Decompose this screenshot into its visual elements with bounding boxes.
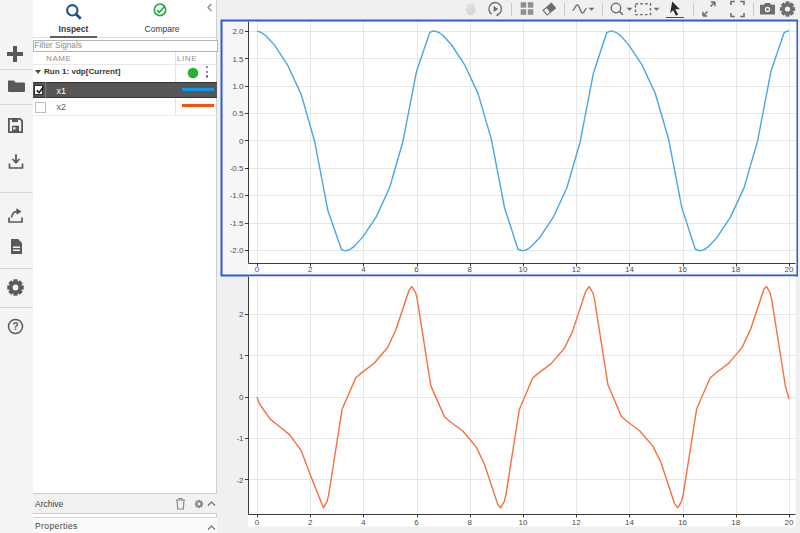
svg-text:1: 1 [239, 352, 244, 361]
svg-text:12: 12 [572, 265, 581, 274]
svg-text:18: 18 [731, 518, 740, 527]
svg-text:4: 4 [361, 518, 366, 527]
svg-text:16: 16 [678, 518, 687, 527]
svg-text:20: 20 [785, 518, 794, 527]
svg-text:8: 8 [468, 518, 473, 527]
svg-text:20: 20 [785, 265, 794, 274]
svg-text:4: 4 [361, 265, 366, 274]
svg-text:2: 2 [239, 310, 244, 319]
svg-text:0: 0 [255, 518, 260, 527]
svg-text:2.0: 2.0 [232, 27, 244, 36]
svg-text:16: 16 [678, 265, 687, 274]
svg-text:-0.5: -0.5 [230, 164, 244, 173]
svg-text:14: 14 [625, 265, 634, 274]
svg-text:0: 0 [239, 137, 244, 146]
svg-text:8: 8 [468, 265, 473, 274]
svg-text:-2.0: -2.0 [230, 246, 244, 255]
svg-text:18: 18 [731, 265, 740, 274]
svg-text:2: 2 [308, 265, 313, 274]
svg-text:10: 10 [519, 265, 528, 274]
svg-text:0.5: 0.5 [232, 109, 244, 118]
svg-text:-1.0: -1.0 [230, 191, 244, 200]
svg-text:6: 6 [414, 518, 419, 527]
svg-text:-2: -2 [236, 476, 244, 485]
svg-text:10: 10 [519, 518, 528, 527]
svg-text:1.5: 1.5 [232, 55, 244, 64]
svg-text:14: 14 [625, 518, 634, 527]
svg-text:-1: -1 [236, 434, 244, 443]
svg-text:12: 12 [572, 518, 581, 527]
svg-text:2: 2 [308, 518, 313, 527]
svg-text:0: 0 [255, 265, 260, 274]
svg-text:1.0: 1.0 [232, 82, 244, 91]
svg-text:?: ? [12, 321, 18, 332]
svg-text:-1.5: -1.5 [230, 219, 244, 228]
svg-text:0: 0 [239, 393, 244, 402]
svg-text:6: 6 [414, 265, 419, 274]
